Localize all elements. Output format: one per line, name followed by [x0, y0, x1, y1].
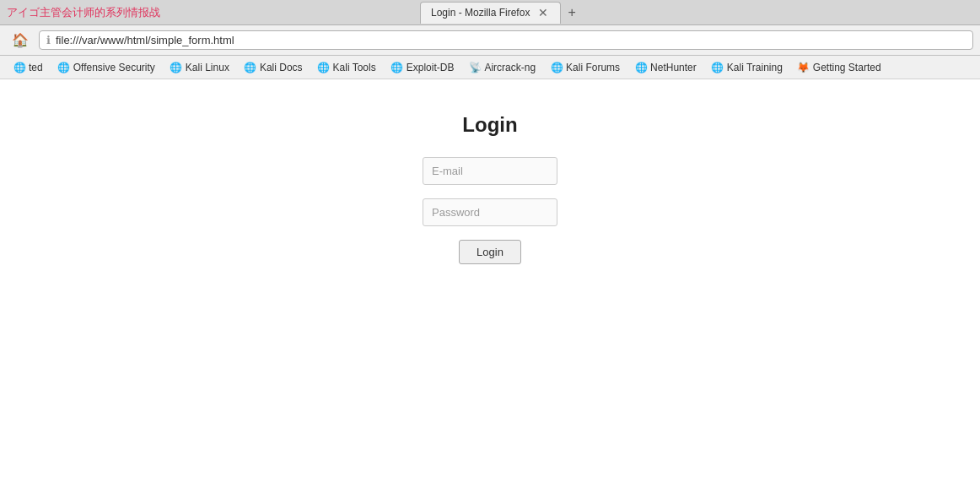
bookmark-ted[interactable]: 🌐 ted [7, 60, 50, 75]
bookmark-kali-forums[interactable]: 🌐 Kali Forums [544, 60, 627, 75]
page-title: Login [462, 113, 517, 137]
new-tab-button[interactable]: + [561, 2, 582, 24]
address-bar-container[interactable]: ℹ [39, 30, 973, 50]
active-tab[interactable]: Login - Mozilla Firefox ✕ [420, 2, 561, 24]
bookmark-kali-tools[interactable]: 🌐 Kali Tools [311, 60, 383, 75]
bookmark-label: Aircrack-ng [484, 62, 536, 73]
bookmark-kali-docs[interactable]: 🌐 Kali Docs [238, 60, 310, 75]
globe-icon: 🌐 [551, 62, 563, 73]
globe-icon: 🌐 [635, 62, 647, 73]
bookmark-offensive-security[interactable]: 🌐 Offensive Security [51, 60, 162, 75]
globe-icon: 🌐 [391, 62, 403, 73]
globe-icon: 🌐 [13, 62, 25, 73]
tab-title: Login - Mozilla Firefox [431, 7, 530, 19]
globe-icon: 🌐 [58, 62, 70, 73]
tab-close-button[interactable]: ✕ [536, 6, 550, 19]
aircrack-icon: 📡 [469, 62, 481, 73]
email-field[interactable] [423, 157, 557, 185]
title-area: アイゴ主管会计师的系列情报战 Login - Mozilla Firefox ✕… [7, 2, 973, 24]
bookmarks-bar: 🌐 ted 🌐 Offensive Security 🌐 Kali Linux … [0, 56, 980, 79]
globe-icon: 🌐 [170, 62, 182, 73]
bookmark-kali-linux[interactable]: 🌐 Kali Linux [164, 60, 236, 75]
globe-icon: 🌐 [245, 62, 256, 73]
bookmark-label: NetHunter [650, 62, 697, 73]
address-input[interactable] [56, 34, 966, 46]
bookmark-label: ted [29, 62, 43, 73]
firefox-icon: 🦊 [798, 62, 810, 73]
bookmark-nethunter[interactable]: 🌐 NetHunter [628, 60, 703, 75]
bookmark-label: Kali Training [727, 62, 783, 73]
bookmark-aircrack-ng[interactable]: 📡 Aircrack-ng [462, 60, 542, 75]
bookmark-label: Offensive Security [73, 62, 155, 73]
home-button[interactable]: 🏠 [7, 29, 34, 51]
bookmark-label: Kali Docs [260, 62, 303, 73]
bookmark-kali-training[interactable]: 🌐 Kali Training [705, 60, 789, 75]
bookmark-label: Kali Forums [566, 62, 620, 73]
bookmark-exploit-db[interactable]: 🌐 Exploit-DB [385, 60, 461, 75]
bookmark-label: Getting Started [813, 62, 881, 73]
title-bar: アイゴ主管会计师的系列情报战 Login - Mozilla Firefox ✕… [0, 0, 980, 25]
page-content: Login Login [0, 79, 980, 477]
info-icon: ℹ [46, 34, 51, 46]
bookmark-getting-started[interactable]: 🦊 Getting Started [791, 60, 888, 75]
password-field[interactable] [423, 198, 557, 226]
globe-icon: 🌐 [318, 62, 330, 73]
browser-window: アイゴ主管会计师的系列情报战 Login - Mozilla Firefox ✕… [0, 0, 980, 477]
bookmark-label: Kali Linux [186, 62, 229, 73]
globe-icon: 🌐 [712, 62, 724, 73]
decorative-text: アイゴ主管会计师的系列情报战 [7, 5, 160, 20]
bookmark-label: Exploit-DB [407, 62, 455, 73]
nav-bar: 🏠 ℹ [0, 25, 980, 56]
login-button[interactable]: Login [459, 240, 521, 264]
bookmark-label: Kali Tools [333, 62, 376, 73]
login-form: Login [363, 157, 617, 264]
